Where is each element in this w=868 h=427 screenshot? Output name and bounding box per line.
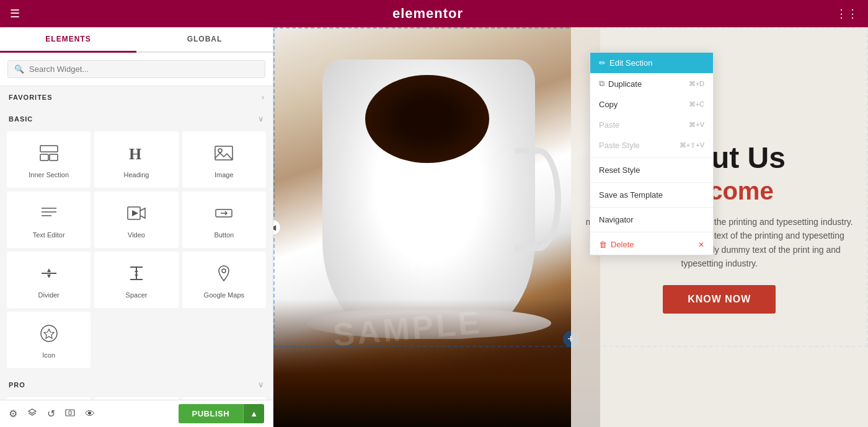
- coffee-image: [273, 27, 600, 427]
- paste-style-shortcut: ⌘+⇧+V: [680, 141, 704, 149]
- responsive-icon[interactable]: [65, 408, 75, 420]
- context-menu-reset-style[interactable]: Reset Style: [590, 160, 713, 180]
- svg-rect-1: [40, 154, 48, 161]
- widget-divider[interactable]: Divider: [7, 252, 91, 308]
- edit-section-icon: ✏: [599, 58, 606, 68]
- delete-icon: 🗑: [599, 240, 607, 249]
- canvas-area: ◀ + SAMPLE About Us Welcome m Ipsum is s…: [273, 27, 868, 427]
- context-menu-edit-section[interactable]: ✏ Edit Section: [590, 53, 713, 73]
- icon-widget-label: Icon: [42, 351, 55, 359]
- delete-x-icon: ✕: [698, 240, 704, 249]
- favorites-label: FAVORITES: [9, 94, 53, 101]
- svg-marker-37: [29, 409, 36, 413]
- bottom-toolbar: ⚙ ↺ 👁 PUBLISH ▲: [0, 400, 273, 427]
- context-menu-save-template[interactable]: Save as Template: [590, 185, 713, 205]
- delete-label: Delete: [611, 240, 634, 249]
- copy-shortcut: ⌘+C: [689, 100, 704, 108]
- top-bar: ☰ elementor ⋮⋮: [0, 0, 868, 27]
- context-menu-delete[interactable]: 🗑 Delete ✕: [590, 234, 713, 255]
- google-maps-label: Google Maps: [204, 291, 244, 299]
- pro-section-header[interactable]: PRO ∨: [0, 374, 273, 395]
- image-icon: [214, 143, 234, 166]
- svg-marker-10: [132, 210, 138, 216]
- widgets-grid: Inner Section H Heading: [0, 130, 273, 370]
- paste-shortcut: ⌘+V: [689, 121, 704, 129]
- spacer-icon: [126, 263, 146, 286]
- favorites-arrow-icon: ›: [262, 92, 264, 102]
- svg-point-21: [222, 269, 226, 273]
- pro-label: PRO: [9, 381, 25, 389]
- widget-spacer[interactable]: Spacer: [94, 252, 178, 308]
- pro-arrow-icon: ∨: [258, 380, 264, 389]
- context-menu-divider-2: [590, 182, 713, 183]
- layers-icon[interactable]: [27, 408, 37, 420]
- divider-label: Divider: [38, 291, 60, 299]
- basic-label: BASIC: [9, 115, 33, 123]
- button-label: Button: [214, 231, 234, 239]
- widget-video[interactable]: Video: [94, 191, 178, 248]
- main-layout: ELEMENTS GLOBAL 🔍 FAVORITES › BASIC ∨: [0, 27, 868, 427]
- divider-icon: [39, 263, 59, 286]
- inner-section-label: Inner Section: [29, 171, 69, 178]
- heading-icon: H: [126, 143, 146, 166]
- grid-icon[interactable]: ⋮⋮: [836, 7, 858, 20]
- svg-point-5: [218, 149, 222, 152]
- copy-label: Copy: [599, 100, 618, 109]
- widget-google-maps[interactable]: Google Maps: [182, 252, 266, 308]
- svg-marker-20: [135, 275, 138, 277]
- search-icon: 🔍: [14, 64, 24, 74]
- history-icon[interactable]: ↺: [47, 408, 55, 420]
- publish-arrow-button[interactable]: ▲: [243, 404, 264, 423]
- basic-section-header[interactable]: BASIC ∨: [0, 108, 273, 130]
- bottom-left-icons: ⚙ ↺ 👁: [9, 408, 95, 420]
- svg-rect-4: [215, 146, 232, 160]
- duplicate-icon: ⧉: [599, 79, 604, 89]
- know-now-button[interactable]: KNOW NOW: [663, 285, 776, 314]
- context-menu-duplicate[interactable]: ⧉ Duplicate ⌘+D: [590, 73, 713, 94]
- pro-widgets-grid: [0, 395, 273, 400]
- svg-marker-14: [47, 268, 51, 272]
- widget-heading[interactable]: H Heading: [94, 131, 178, 188]
- inner-section-icon: [39, 143, 59, 166]
- spacer-label: Spacer: [126, 291, 148, 299]
- preview-icon[interactable]: 👁: [85, 408, 95, 420]
- svg-rect-39: [69, 411, 71, 415]
- context-menu-copy[interactable]: Copy ⌘+C: [590, 94, 713, 115]
- video-label: Video: [128, 231, 145, 239]
- widget-text-editor[interactable]: Text Editor: [7, 191, 91, 248]
- hamburger-menu-icon[interactable]: ☰: [10, 7, 20, 20]
- widget-button[interactable]: Button: [182, 191, 266, 248]
- widget-image[interactable]: Image: [182, 131, 266, 188]
- reset-style-label: Reset Style: [599, 165, 640, 175]
- favorites-section-header[interactable]: FAVORITES ›: [0, 86, 273, 108]
- svg-text:H: H: [129, 145, 141, 163]
- svg-point-22: [41, 325, 57, 341]
- video-icon: [126, 203, 146, 226]
- panel-tabs: ELEMENTS GLOBAL: [0, 27, 273, 53]
- elementor-logo: elementor: [392, 6, 463, 22]
- edit-section-label: Edit Section: [609, 58, 652, 68]
- tab-elements[interactable]: ELEMENTS: [0, 27, 136, 53]
- text-editor-label: Text Editor: [33, 231, 65, 239]
- left-panel: ELEMENTS GLOBAL 🔍 FAVORITES › BASIC ∨: [0, 27, 273, 427]
- paste-label: Paste: [599, 120, 619, 130]
- navigator-label: Navigator: [599, 215, 634, 224]
- svg-rect-0: [40, 146, 58, 152]
- widget-inner-section[interactable]: Inner Section: [7, 131, 91, 188]
- context-menu-divider-1: [590, 157, 713, 158]
- image-label: Image: [215, 171, 234, 178]
- button-icon: [214, 203, 234, 226]
- duplicate-label: Duplicate: [608, 79, 642, 89]
- publish-button[interactable]: PUBLISH: [179, 404, 244, 423]
- duplicate-shortcut: ⌘+D: [689, 80, 704, 88]
- settings-icon[interactable]: ⚙: [9, 408, 17, 420]
- search-input[interactable]: [29, 64, 259, 74]
- context-menu-navigator[interactable]: Navigator: [590, 209, 713, 230]
- heading-label: Heading: [124, 171, 149, 178]
- google-maps-icon: [214, 263, 234, 286]
- context-menu: ✏ Edit Section ⧉ Duplicate ⌘+D Copy ⌘+C: [590, 52, 714, 255]
- widget-icon[interactable]: Icon: [7, 312, 91, 368]
- tab-global[interactable]: GLOBAL: [136, 27, 273, 51]
- svg-marker-19: [135, 270, 138, 272]
- search-container: 🔍: [0, 53, 273, 86]
